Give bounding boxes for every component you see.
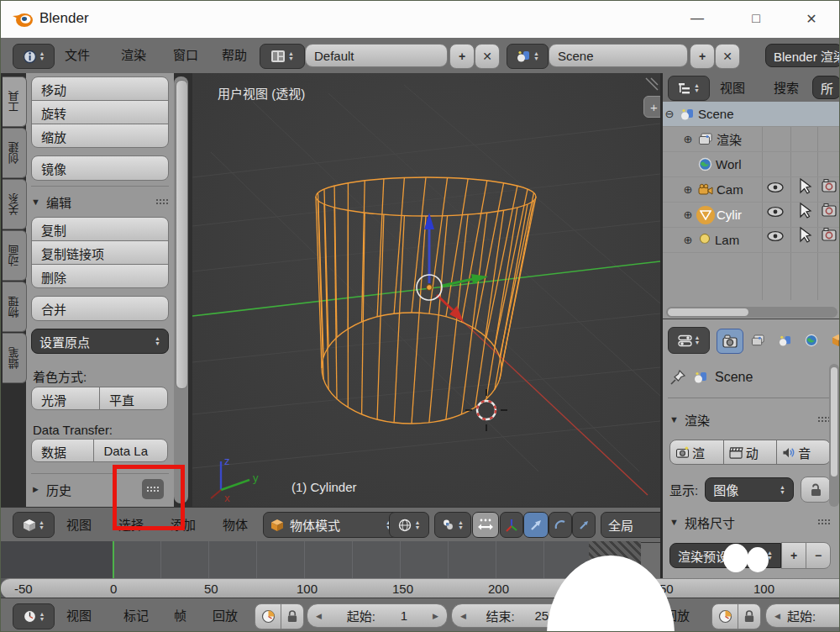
expand-icon[interactable]: ⊕ [681, 183, 695, 196]
lock-range-button[interactable] [281, 603, 304, 629]
tl-menu-playback[interactable]: 回放 [213, 606, 238, 624]
data-transfer-button[interactable]: 数据 [31, 439, 94, 462]
shelf-tab-physics[interactable]: 物理 [3, 282, 27, 332]
delete-layout-button[interactable]: ✕ [475, 44, 500, 69]
end-frame-field[interactable]: ◀ 结束: 250 ▶ [451, 603, 591, 628]
manipulator-axes-button[interactable] [500, 512, 523, 538]
add-scene-button[interactable]: + [690, 44, 715, 69]
tl2-menu-playback[interactable]: 回放 [664, 606, 690, 624]
vp-menu-add[interactable]: 添加 [171, 515, 196, 533]
editor-switch-arrows[interactable]: ▲▼ [695, 335, 701, 345]
delete-button[interactable]: 删除 [31, 264, 169, 288]
preset-arrows[interactable]: ▲▼ [767, 550, 773, 561]
tl-menu-view[interactable]: 视图 [66, 606, 92, 624]
time-sync-button-2[interactable] [711, 603, 738, 629]
lock-interface-button[interactable] [801, 477, 831, 503]
tab-object[interactable] [826, 329, 840, 352]
render-presets-dropdown[interactable]: 渲染预设 ▲▼ [669, 543, 781, 568]
ol-menu-view[interactable]: 视图 [720, 78, 745, 96]
outliner-row-camera[interactable]: ⊕ Cam [663, 177, 840, 203]
tl-menu-marker[interactable]: 标记 [123, 606, 149, 624]
scale-button[interactable]: 缩放 [31, 124, 169, 148]
outliner-row-scene[interactable]: ⊖ Scene [663, 102, 840, 127]
shading-arrows[interactable]: ▲▼ [415, 520, 421, 530]
cylinder-wireframe[interactable] [316, 177, 536, 424]
collapse-icon[interactable]: ⊖ [663, 108, 676, 120]
mirror-button[interactable]: 镜像 [31, 155, 169, 181]
expand-icon[interactable]: ⊕ [681, 208, 695, 221]
maximize-button[interactable]: □ [738, 6, 774, 31]
screen-layout-button[interactable]: ▲▼ [260, 44, 305, 69]
start-frame-field-2[interactable]: ◀ 起始: [765, 603, 840, 628]
vp-menu-object[interactable]: 物体 [223, 515, 248, 533]
menu-file[interactable]: 文件 [65, 45, 90, 63]
rotate-button[interactable]: 旋转 [31, 100, 169, 124]
history-panel-header[interactable]: ► 历史 [31, 479, 169, 499]
editor-switch-arrows[interactable]: ▲▼ [39, 520, 45, 530]
menu-help[interactable]: 帮助 [222, 45, 247, 63]
editor-switch-arrows[interactable]: ▲▼ [39, 612, 45, 622]
outliner-filter-dropdown[interactable]: 所 [812, 76, 840, 99]
tab-world[interactable] [799, 329, 824, 352]
screen-layout-arrows[interactable]: ▲▼ [288, 51, 294, 61]
rotate-manipulator-button[interactable] [549, 512, 572, 538]
pin-icon[interactable] [669, 369, 686, 386]
outliner-hscrollbar-thumb[interactable] [668, 308, 748, 316]
editor-switch-arrows[interactable]: ▲▼ [39, 51, 45, 61]
time-sync-button[interactable] [255, 603, 281, 629]
history-grip-icon[interactable] [142, 479, 164, 499]
shelf-tab-create[interactable]: 创建 [3, 128, 27, 178]
lock-range-button-2[interactable] [738, 603, 761, 629]
pivot-arrows[interactable]: ▲▼ [458, 520, 464, 530]
editor-type-timeline-button[interactable]: ▲▼ [13, 603, 55, 629]
minimize-button[interactable]: — [680, 6, 715, 31]
timeline-ruler-right[interactable]: 50 100 [641, 578, 840, 598]
tab-scene[interactable] [772, 329, 797, 352]
join-button[interactable]: 合并 [31, 296, 169, 321]
tab-render-layers[interactable] [745, 329, 770, 352]
scale-manipulator-button[interactable] [572, 512, 596, 538]
shelf-tab-animation[interactable]: 动画 [3, 230, 27, 281]
add-preset-button[interactable]: + [781, 542, 806, 569]
start-frame-field[interactable]: ◀ 起始: 1 ▶ [307, 603, 448, 628]
set-origin-dropdown[interactable]: 设置原点 ▲▼ [31, 329, 169, 354]
panel-grip-icon[interactable] [155, 198, 169, 205]
ol-menu-search[interactable]: 搜索 [774, 78, 799, 96]
duplicate-button[interactable]: 复制 [31, 217, 169, 241]
screen-layout-name-field[interactable]: Default [305, 44, 448, 67]
timeline-ruler[interactable]: -50 0 50 100 150 200 250 [1, 578, 638, 598]
display-mode-dropdown[interactable]: 图像 ▲▼ [705, 477, 794, 502]
translate-manipulator-button[interactable] [523, 512, 549, 538]
scene-browse-arrows[interactable]: ▲▼ [533, 51, 539, 61]
expand-icon[interactable]: ⊕ [681, 234, 695, 246]
remove-preset-button[interactable]: − [806, 542, 831, 569]
render-still-button[interactable]: 渲 [669, 440, 724, 465]
outliner-row-render-layers[interactable]: ⊕ 渲染 [663, 127, 840, 152]
editor-type-info-button[interactable]: ▲▼ [13, 44, 55, 69]
outliner-row-world[interactable]: Worl [663, 152, 840, 177]
shade-smooth-button[interactable]: 光滑 [31, 387, 100, 410]
tl-menu-frame[interactable]: 帧 [174, 606, 186, 624]
duplicate-linked-button[interactable]: 复制链接项 [31, 240, 169, 265]
data-layout-transfer-button[interactable]: Data La [93, 439, 168, 462]
render-panel-header[interactable]: ▼ 渲染 [669, 409, 831, 429]
render-engine-dropdown[interactable]: Blender 渲染 [765, 44, 840, 67]
editor-corner-grip[interactable] [646, 78, 658, 90]
render-audio-button[interactable]: 音 [776, 440, 831, 465]
shelf-tab-grease-pencil[interactable]: 蜡笔 [3, 333, 27, 383]
shading-dropdown[interactable]: ▲▼ [389, 512, 429, 538]
add-layout-button[interactable]: + [449, 44, 475, 69]
shade-flat-button[interactable]: 平直 [99, 387, 168, 410]
render-animation-button[interactable]: 动 [723, 440, 778, 465]
editor-type-3dview-button[interactable]: ▲▼ [13, 512, 55, 538]
toolshelf-scrollbar-thumb[interactable] [176, 80, 188, 389]
tab-render[interactable] [717, 329, 743, 354]
close-button[interactable]: ✕ [794, 6, 829, 31]
scene-name-field[interactable]: Scene [549, 44, 688, 67]
panel-grip-icon[interactable] [817, 519, 831, 525]
outliner-row-lamp[interactable]: ⊕ Lam [663, 228, 840, 253]
editor-type-properties-button[interactable]: ▲▼ [668, 327, 710, 354]
cursor-3d[interactable] [465, 389, 507, 431]
vp-menu-select[interactable]: 选择 [118, 515, 144, 533]
mode-dropdown[interactable]: 物体模式 ▲▼ [263, 512, 399, 538]
